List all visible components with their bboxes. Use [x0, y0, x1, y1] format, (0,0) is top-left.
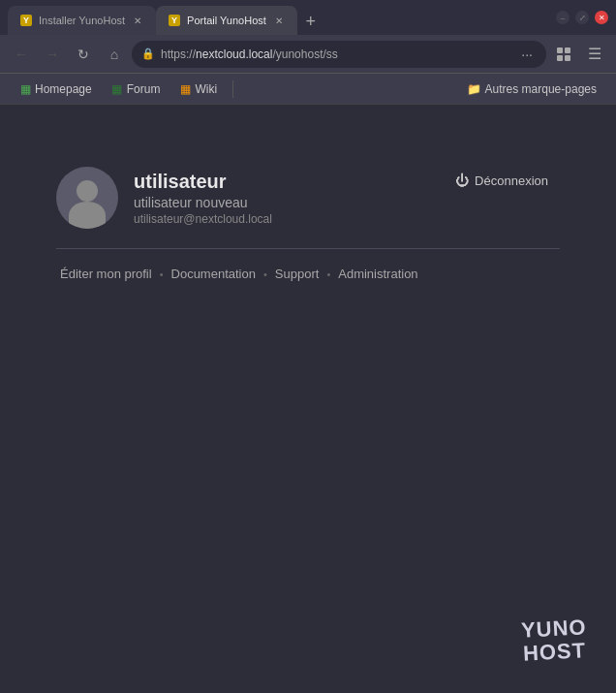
nav-sep-1: •	[160, 268, 164, 280]
reload-button[interactable]: ↻	[70, 41, 97, 68]
bookmark-wiki[interactable]: ▦ Wiki	[171, 80, 225, 98]
logo-line2: HOST	[522, 639, 586, 666]
extensions-button[interactable]	[550, 41, 577, 68]
menu-button[interactable]: ☰	[581, 41, 608, 68]
browser-chrome: Y Installer YunoHost ✕ Y Portail YunoHos…	[0, 0, 616, 105]
logout-label: Déconnexion	[475, 173, 548, 188]
url-protocol: https://	[161, 47, 196, 61]
bookmarks-folder-label: Autres marque-pages	[485, 82, 597, 96]
bookmark-folder[interactable]: 📁 Autres marque-pages	[459, 80, 604, 98]
nav-sep-2: •	[263, 268, 267, 280]
bookmarks-divider	[232, 80, 233, 98]
bookmarks-bar: ▦ Homepage ▦ Forum ▦ Wiki 📁 Autres marqu…	[0, 74, 616, 105]
user-name: utilisateur	[134, 171, 272, 193]
bookmark-forum[interactable]: ▦ Forum	[104, 80, 169, 98]
user-card: utilisateur utilisateur nouveau utilisat…	[56, 143, 560, 283]
avatar	[56, 167, 118, 229]
forum-bookmark-icon: ▦	[111, 83, 123, 95]
tab-installer-close[interactable]: ✕	[131, 14, 144, 27]
tab-installer-label: Installer YunoHost	[39, 15, 125, 26]
bookmark-homepage-label: Homepage	[35, 82, 92, 96]
wiki-bookmark-icon: ▦	[179, 83, 191, 95]
avatar-body	[69, 202, 106, 229]
forward-button[interactable]: →	[39, 41, 66, 68]
restore-button[interactable]: ⤢	[575, 11, 589, 24]
user-info: utilisateur utilisateur nouveau utilisat…	[134, 171, 272, 226]
user-left: utilisateur utilisateur nouveau utilisat…	[56, 167, 272, 229]
page-content: utilisateur utilisateur nouveau utilisat…	[0, 105, 616, 693]
tab-portail-favicon: Y	[168, 14, 181, 27]
url-path: /yunohost/ss	[272, 47, 337, 61]
close-button[interactable]: ✕	[595, 11, 608, 24]
address-bar[interactable]: 🔒 https://nextcloud.local/yunohost/ss ··…	[132, 41, 546, 68]
nav-links: Éditer mon profil • Documentation • Supp…	[56, 265, 560, 283]
support-link[interactable]: Support	[271, 265, 323, 283]
new-tab-button[interactable]: +	[297, 8, 324, 35]
address-more-button[interactable]: ···	[517, 47, 537, 62]
administration-link[interactable]: Administration	[334, 265, 421, 283]
url-domain: nextcloud.local	[196, 47, 272, 61]
address-text: https://nextcloud.local/yunohost/ss	[161, 47, 511, 61]
title-bar: Y Installer YunoHost ✕ Y Portail YunoHos…	[0, 0, 616, 35]
grid-icon	[557, 47, 570, 61]
tab-installer-favicon: Y	[19, 14, 33, 27]
tab-portail[interactable]: Y Portail YunoHost ✕	[156, 6, 297, 35]
tab-portail-close[interactable]: ✕	[272, 14, 286, 27]
bookmark-homepage[interactable]: ▦ Homepage	[12, 80, 100, 98]
lock-icon: 🔒	[141, 47, 155, 60]
divider	[56, 248, 560, 249]
window-controls: – ⤢ ✕	[556, 11, 608, 24]
documentation-link[interactable]: Documentation	[168, 265, 260, 283]
bookmark-wiki-label: Wiki	[195, 82, 217, 96]
user-header: utilisateur utilisateur nouveau utilisat…	[56, 167, 560, 229]
power-icon: ⏻	[455, 173, 469, 188]
home-button[interactable]: ⌂	[101, 41, 128, 68]
nav-bar: ← → ↻ ⌂ 🔒 https://nextcloud.local/yunoho…	[0, 35, 616, 74]
folder-icon: 📁	[467, 82, 481, 96]
yunohost-logo: YUNO HOST	[521, 617, 587, 664]
nav-sep-3: •	[326, 268, 330, 280]
back-button[interactable]: ←	[8, 41, 35, 68]
edit-profile-link[interactable]: Éditer mon profil	[56, 265, 156, 283]
bookmark-forum-label: Forum	[127, 82, 161, 96]
user-email: utilisateur@nextcloud.local	[134, 212, 272, 226]
minimize-button[interactable]: –	[556, 11, 570, 24]
avatar-person	[56, 167, 118, 229]
tab-portail-label: Portail YunoHost	[187, 15, 266, 26]
user-role: utilisateur nouveau	[134, 195, 272, 210]
homepage-bookmark-icon: ▦	[19, 83, 31, 95]
tabs-area: Y Installer YunoHost ✕ Y Portail YunoHos…	[8, 0, 544, 35]
logout-button[interactable]: ⏻ Déconnexion	[444, 167, 560, 194]
tab-installer[interactable]: Y Installer YunoHost ✕	[8, 6, 156, 35]
avatar-head	[77, 180, 98, 202]
